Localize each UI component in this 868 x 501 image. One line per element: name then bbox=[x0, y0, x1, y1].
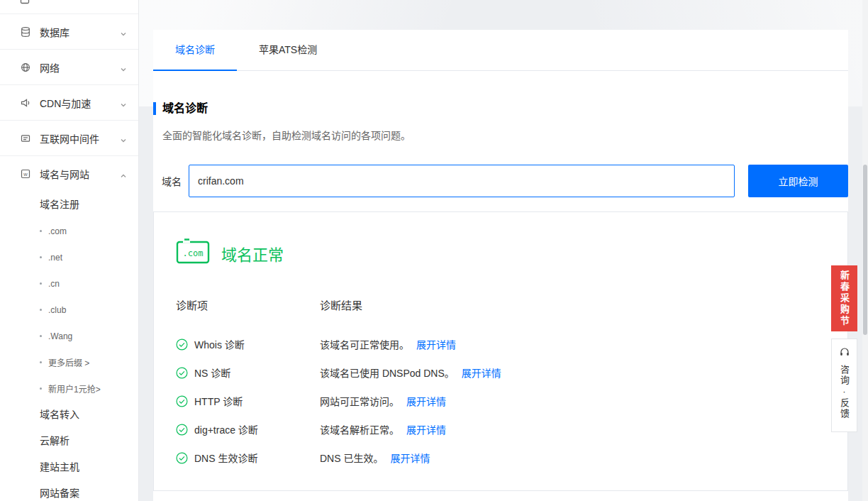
truncated-menu-icon bbox=[19, 0, 30, 8]
sidebar-item-tld-wang[interactable]: .Wang bbox=[0, 323, 138, 349]
result-table-body: Whois 诊断 该域名可正常使用。 展开详情 NS 诊断 bbox=[176, 330, 847, 472]
diagnosis-item-label: DNS 生效诊断 bbox=[194, 451, 257, 465]
diagnosis-result: DNS 已生效。 展开详情 bbox=[320, 451, 430, 465]
sub-item-label: .net bbox=[48, 253, 62, 263]
expand-details-link[interactable]: 展开详情 bbox=[390, 451, 430, 465]
check-circle-icon bbox=[176, 338, 188, 351]
bullet-dot bbox=[40, 230, 42, 232]
sidebar: 数据库 网络 CDN与加速 bbox=[0, 0, 139, 501]
sidebar-item-partial[interactable] bbox=[0, 0, 138, 14]
sub-item-label: 更多后缀 > bbox=[48, 356, 89, 368]
diagnosis-result-text: 该域名解析正常。 bbox=[320, 422, 399, 436]
chevron-down-icon bbox=[120, 135, 127, 142]
tab-domain-diagnosis[interactable]: 域名诊断 bbox=[153, 30, 237, 70]
diagnosis-item-label: dig+trace 诊断 bbox=[194, 422, 258, 436]
sub-item-label: .com bbox=[48, 226, 67, 236]
bullet-dot bbox=[40, 256, 42, 258]
page-title-text: 域名诊断 bbox=[162, 102, 208, 115]
bullet-dot bbox=[40, 282, 42, 285]
chevron-up-icon bbox=[120, 170, 127, 177]
result-table-header: 诊断项 诊断结果 bbox=[176, 297, 847, 312]
check-circle-icon bbox=[176, 452, 188, 464]
sub-item-label: .cn bbox=[48, 279, 60, 289]
table-row: dig+trace 诊断 该域名解析正常。 展开详情 bbox=[176, 415, 847, 444]
sidebar-item-label: 互联网中间件 bbox=[40, 131, 99, 145]
expand-details-link[interactable]: 展开详情 bbox=[406, 422, 446, 436]
sidebar-item-cdn[interactable]: CDN与加速 bbox=[0, 85, 138, 121]
diagnosis-item: Whois 诊断 bbox=[176, 337, 320, 351]
feedback-label: 咨询·反馈 bbox=[838, 365, 851, 419]
domain-website-icon: w bbox=[20, 168, 31, 180]
domain-website-submenu: 域名注册 .com .net .cn .club .Wang 更多后缀 > 新用… bbox=[0, 192, 138, 501]
scrollbar-thumb[interactable] bbox=[863, 165, 867, 335]
diagnosis-item: HTTP 诊断 bbox=[176, 394, 320, 408]
com-domain-icon: .com bbox=[176, 238, 210, 269]
diagnosis-result-text: 该域名已使用 DNSPod DNS。 bbox=[320, 365, 455, 380]
headset-icon bbox=[839, 346, 850, 360]
sidebar-item-more-suffixes[interactable]: 更多后缀 > bbox=[0, 349, 138, 375]
bullet-dot bbox=[40, 335, 42, 337]
sidebar-item-tld-cn[interactable]: .cn bbox=[0, 270, 138, 297]
sidebar-item-network[interactable]: 网络 bbox=[0, 50, 138, 85]
diagnosis-item: DNS 生效诊断 bbox=[176, 451, 320, 465]
table-row: DNS 生效诊断 DNS 已生效。 展开详情 bbox=[176, 444, 847, 472]
sidebar-item-tld-com[interactable]: .com bbox=[0, 218, 138, 244]
expand-details-link[interactable]: 展开详情 bbox=[462, 365, 501, 380]
diagnosis-item-label: NS 诊断 bbox=[194, 365, 230, 380]
sidebar-item-newuser-deal[interactable]: 新用户1元抢> bbox=[0, 375, 138, 402]
diagnosis-item: dig+trace 诊断 bbox=[176, 422, 320, 436]
sub-item-label: .club bbox=[48, 305, 66, 315]
sidebar-item-cloud-dns[interactable]: 云解析 bbox=[0, 428, 138, 454]
expand-details-link[interactable]: 展开详情 bbox=[416, 337, 456, 351]
tab-bar: 域名诊断 苹果ATS检测 bbox=[153, 30, 848, 71]
sidebar-item-domain-transfer[interactable]: 域名转入 bbox=[0, 402, 138, 428]
sidebar-item-middleware[interactable]: 互联网中间件 bbox=[0, 121, 138, 156]
main-area: 域名诊断 苹果ATS检测 域名诊断 全面的智能化域名诊断，自助检测域名访问的各项… bbox=[139, 0, 868, 501]
diagnosis-result-text: 该域名可正常使用。 bbox=[320, 337, 409, 351]
status-row: .com 域名正常 bbox=[176, 238, 847, 269]
diagnosis-result: 该域名已使用 DNSPod DNS。 展开详情 bbox=[320, 365, 501, 380]
bullet-dot bbox=[40, 309, 42, 311]
page-description: 全面的智能化域名诊断，自助检测域名访问的各项问题。 bbox=[162, 129, 848, 142]
column-header-item: 诊断项 bbox=[176, 297, 320, 312]
chevron-down-icon bbox=[120, 28, 127, 35]
svg-text:w: w bbox=[23, 171, 28, 177]
globe-icon bbox=[20, 62, 31, 73]
sidebar-item-label: 网络 bbox=[40, 60, 60, 75]
diagnosis-form: 域名 立即检测 bbox=[162, 165, 848, 197]
page: 数据库 网络 CDN与加速 bbox=[0, 0, 868, 501]
diagnosis-item-label: Whois 诊断 bbox=[194, 337, 245, 351]
feedback-widget[interactable]: 咨询·反馈 bbox=[831, 338, 857, 432]
table-row: Whois 诊断 该域名可正常使用。 展开详情 bbox=[176, 330, 847, 358]
tab-apple-ats[interactable]: 苹果ATS检测 bbox=[237, 30, 339, 70]
check-now-button[interactable]: 立即检测 bbox=[748, 165, 848, 197]
sub-item-label: 新用户1元抢> bbox=[48, 382, 101, 395]
diagnosis-item-label: HTTP 诊断 bbox=[194, 394, 243, 408]
sidebar-item-domain-registration[interactable]: 域名注册 bbox=[0, 192, 138, 218]
expand-details-link[interactable]: 展开详情 bbox=[406, 394, 446, 408]
promo-badge-new-year-sale[interactable]: 新春采购节 bbox=[831, 265, 857, 331]
sidebar-item-database[interactable]: 数据库 bbox=[0, 14, 138, 50]
sidebar-item-label: 域名与网站 bbox=[40, 167, 89, 181]
sidebar-item-icp-filing[interactable]: 网站备案 bbox=[0, 480, 138, 501]
sidebar-item-tld-club[interactable]: .club bbox=[0, 297, 138, 323]
sidebar-item-site-hosting[interactable]: 建站主机 bbox=[0, 454, 138, 480]
sidebar-item-tld-net[interactable]: .net bbox=[0, 244, 138, 270]
check-circle-icon bbox=[176, 367, 188, 379]
check-circle-icon bbox=[176, 424, 188, 436]
bullet-dot bbox=[40, 387, 42, 390]
diagnosis-result: 该域名解析正常。 展开详情 bbox=[320, 422, 446, 436]
diagnosis-result-text: DNS 已生效。 bbox=[320, 451, 383, 465]
sub-item-label: .Wang bbox=[48, 331, 72, 341]
database-icon bbox=[20, 26, 31, 38]
check-circle-icon bbox=[176, 395, 188, 407]
page-title: 域名诊断 bbox=[153, 102, 848, 115]
table-row: HTTP 诊断 网站可正常访问。 展开详情 bbox=[176, 387, 847, 415]
sidebar-item-domain-website[interactable]: w 域名与网站 bbox=[0, 156, 138, 192]
domain-input[interactable] bbox=[189, 165, 735, 197]
content-card: 域名诊断 苹果ATS检测 域名诊断 全面的智能化域名诊断，自助检测域名访问的各项… bbox=[153, 30, 848, 501]
cdn-icon bbox=[20, 97, 31, 109]
middleware-icon bbox=[20, 133, 31, 144]
sidebar-item-label: CDN与加速 bbox=[40, 96, 91, 110]
status-text: 域名正常 bbox=[221, 242, 284, 265]
